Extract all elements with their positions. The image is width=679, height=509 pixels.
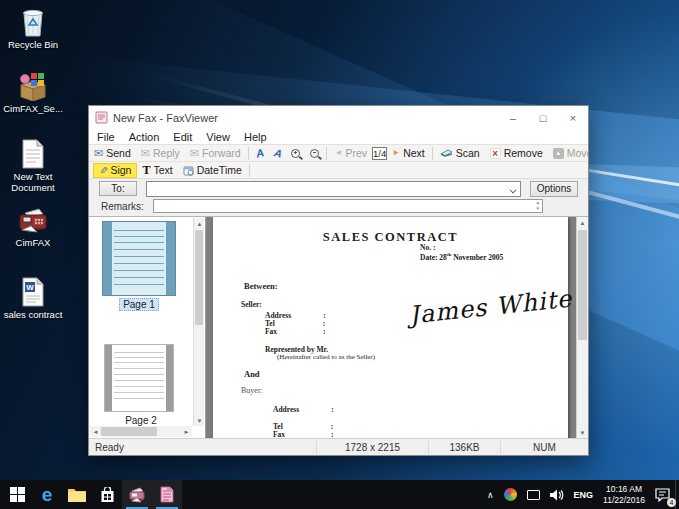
scroll-up-icon[interactable]: ▲ [577, 217, 588, 228]
scrollbar-thumb[interactable] [195, 230, 203, 325]
prev-page-button[interactable]: ◄ Prev [329, 146, 372, 161]
taskbar-clock[interactable]: 10:16 AM 11/22/2016 [598, 480, 650, 509]
close-button[interactable]: × [558, 106, 588, 129]
reply-button[interactable]: ✉ Reply [136, 146, 185, 161]
taskbar-store[interactable] [92, 480, 122, 509]
move-up-button[interactable]: ▲ Move Up [548, 146, 588, 161]
language-indicator[interactable]: ENG [569, 480, 599, 509]
fax-machine-icon [16, 204, 50, 236]
taskbar-faxviewer[interactable] [152, 480, 182, 509]
desktop-icon-recycle-bin[interactable]: Recycle Bin [0, 6, 66, 51]
taskbar-edge[interactable]: e [32, 480, 62, 509]
tray-network-button[interactable] [522, 480, 545, 509]
speaker-icon [550, 489, 564, 501]
desktop-icon-sales-contract[interactable]: W sales contract [0, 276, 66, 321]
scroll-up-icon[interactable]: ▲ [194, 218, 205, 229]
maximize-icon: □ [540, 112, 547, 124]
title-bar[interactable]: New Fax - FaxViewer – □ × [89, 106, 588, 129]
menu-file[interactable]: File [97, 131, 115, 143]
next-arrow-icon: ► [392, 149, 400, 157]
zoom-out-button[interactable] [305, 146, 324, 161]
scrollbar-thumb[interactable] [101, 427, 157, 436]
signature-annotation[interactable]: James White [408, 285, 574, 330]
zoom-in-icon [291, 149, 300, 158]
rotate-right-button[interactable]: A [269, 146, 287, 161]
rotate-left-button[interactable]: A [251, 146, 269, 161]
scroll-right-icon[interactable]: ► [181, 426, 192, 437]
scan-button[interactable]: Scan [435, 146, 485, 161]
menu-help[interactable]: Help [244, 131, 267, 143]
system-tray: ∧ ENG 10:16 AM 11/22/2016 [482, 480, 679, 509]
to-button[interactable]: To: [99, 181, 137, 196]
recycle-bin-icon [16, 6, 50, 38]
window-title: New Fax - FaxViewer [113, 112, 498, 124]
remove-button[interactable]: × Remove [485, 146, 548, 161]
thumbnail-vertical-scrollbar[interactable]: ▲ ▼ [193, 218, 204, 426]
scroll-left-icon[interactable]: ◄ [90, 426, 101, 437]
notification-badge: 4 [667, 498, 676, 507]
thumbnail-label-page2[interactable]: Page 2 [104, 415, 178, 426]
document-vertical-scrollbar[interactable]: ▲ ▼ [576, 217, 588, 438]
clock-time: 10:16 AM [606, 484, 642, 495]
word-document-icon: W [16, 276, 50, 308]
text-file-icon [16, 138, 50, 170]
start-button[interactable] [2, 480, 32, 509]
send-button[interactable]: ✉ Send [89, 146, 136, 161]
desktop-icon-new-text-document[interactable]: New Text Document [0, 138, 66, 194]
thumbnail-page1[interactable] [102, 221, 176, 296]
taskbar-cimfax[interactable] [122, 480, 152, 509]
status-ready: Ready [89, 442, 316, 453]
buyer-address-row: Address: [273, 405, 334, 414]
menu-view[interactable]: View [206, 131, 230, 143]
desktop-icon-cimfax-setup[interactable]: CimFAX_Se... [0, 70, 66, 115]
scroll-down-icon[interactable]: ▼ [577, 427, 588, 438]
rotate-left-icon: A [254, 146, 265, 160]
thumbnail-page2[interactable] [104, 344, 174, 412]
spinner-icon[interactable]: ▲▼ [536, 201, 540, 211]
page-indicator-box[interactable]: 1/4 [372, 147, 387, 160]
taskbar-file-explorer[interactable] [62, 480, 92, 509]
document-page[interactable]: SALES CONTRACT No. : Date: 28th November… [213, 217, 568, 438]
edge-icon: e [42, 485, 53, 504]
clock-date: 11/22/2016 [603, 495, 645, 506]
remarks-input[interactable]: ▲▼ [153, 199, 543, 213]
buyer-fax-row: Fax: [273, 430, 334, 438]
text-button[interactable]: T Text [137, 163, 177, 178]
maximize-button[interactable]: □ [528, 106, 558, 129]
taskbar: e [0, 480, 679, 509]
zoom-in-button[interactable] [286, 146, 305, 161]
toolbar-separator [432, 147, 433, 160]
toolbar-separator [248, 147, 249, 160]
recipient-combobox[interactable] [146, 181, 521, 197]
tray-volume-button[interactable] [545, 480, 569, 509]
faxviewer-window: New Fax - FaxViewer – □ × File Action Ed… [88, 105, 589, 456]
contract-title: SALES CONTRACT [213, 230, 568, 245]
sign-button[interactable]: ✎ Sign [93, 163, 137, 178]
scrollbar-thumb[interactable] [578, 230, 587, 340]
options-button[interactable]: Options [530, 181, 578, 197]
scroll-down-icon[interactable]: ▼ [194, 415, 205, 426]
remarks-label: Remarks: [101, 201, 145, 212]
contract-date: Date: 28th November 2005 [420, 252, 503, 262]
menu-edit[interactable]: Edit [173, 131, 192, 143]
reply-icon: ✉ [141, 148, 150, 159]
minimize-button[interactable]: – [498, 106, 528, 129]
status-bar: Ready 1728 x 2215 136KB NUM [89, 438, 588, 455]
action-center-button[interactable]: 4 [650, 480, 675, 509]
datetime-button[interactable]: DateTime [178, 163, 247, 178]
menu-action[interactable]: Action [129, 131, 160, 143]
thumbnail-label-page1[interactable]: Page 1 [102, 299, 176, 310]
folder-icon [68, 488, 86, 502]
tray-expand-button[interactable]: ∧ [482, 480, 499, 509]
thumbnail-horizontal-scrollbar[interactable]: ◄ ► [90, 426, 192, 437]
windows-logo-icon [10, 487, 25, 502]
tray-app-button[interactable] [499, 480, 522, 509]
next-page-button[interactable]: ► Next [387, 146, 430, 161]
colorful-app-icon [504, 488, 517, 501]
forward-button[interactable]: ✉ Forward [185, 146, 246, 161]
desktop-icon-label: Recycle Bin [8, 40, 58, 51]
desktop-icon-cimfax[interactable]: CimFAX [0, 204, 66, 249]
show-desktop-button[interactable] [675, 480, 679, 509]
desktop-icon-label: CimFAX [16, 238, 51, 249]
installer-box-icon [16, 70, 50, 102]
